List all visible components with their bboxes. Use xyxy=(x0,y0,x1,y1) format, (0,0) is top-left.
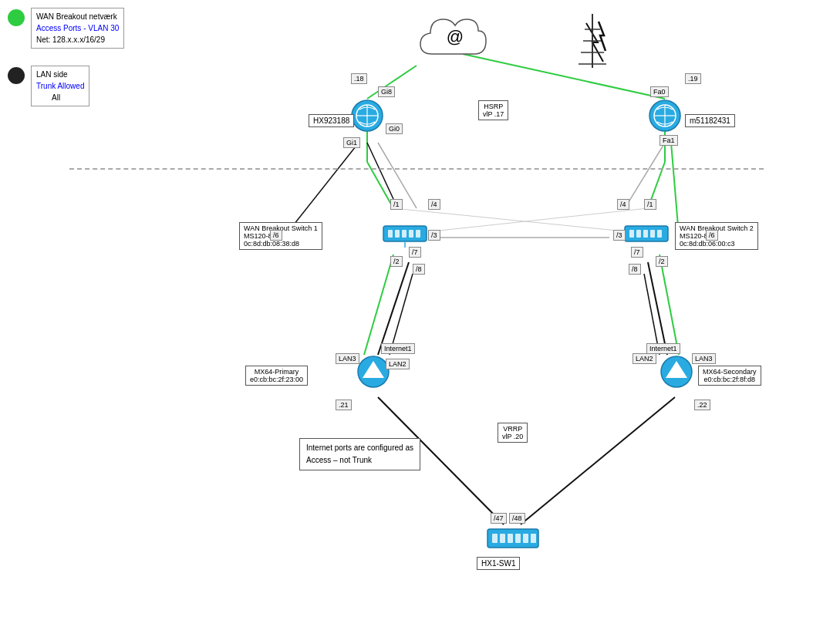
connection-lines xyxy=(0,0,840,617)
hx1-sw1-label: HX1-SW1 xyxy=(477,557,520,570)
hx1-sw1-icon xyxy=(486,523,540,555)
vrrp-label: VRRPvlP .20 xyxy=(498,423,528,443)
wan-title: WAN Breakout netværk xyxy=(36,12,117,21)
hsrp-label: HSRPvlP .17 xyxy=(478,100,508,120)
svg-rect-49 xyxy=(650,230,655,238)
svg-line-19 xyxy=(521,397,675,524)
mx64-secondary-label: MX64-Secondarye0:cb:bc:2f:8f:d8 xyxy=(698,366,761,386)
lan-all: All xyxy=(36,93,60,102)
hx923188-label: HX923188 xyxy=(309,114,354,127)
svg-rect-56 xyxy=(492,534,498,543)
hx923188-router xyxy=(350,99,384,134)
port48-label: /48 xyxy=(509,513,525,524)
svg-rect-39 xyxy=(388,230,393,238)
lan-legend-circle xyxy=(8,67,25,84)
mx-lan2-label: LAN2 xyxy=(386,359,410,369)
svg-rect-59 xyxy=(515,534,521,543)
sw1-port8: /8 xyxy=(413,264,425,275)
wan-access: Access Ports - VLAN 30 xyxy=(36,24,119,32)
mx-lan3-label: LAN3 xyxy=(336,353,359,364)
ip-19-label: .19 xyxy=(685,73,701,84)
svg-rect-50 xyxy=(657,230,662,238)
sw1-port4: /4 xyxy=(428,199,440,210)
lan-trunk: Trunk Allowed xyxy=(36,82,84,90)
gi1-label: Gi1 xyxy=(343,137,360,148)
svg-line-13 xyxy=(378,262,409,355)
port47-label: /47 xyxy=(491,513,507,524)
antenna-tower xyxy=(577,14,608,77)
mx2-lan3-label: LAN3 xyxy=(692,353,716,364)
lan-legend-text: LAN side Trunk Allowed All xyxy=(31,66,89,106)
sw1-port1: /1 xyxy=(390,199,403,210)
wan-legend-circle xyxy=(8,9,25,26)
svg-rect-46 xyxy=(629,230,634,238)
wan-net: Net: 128.x.x.x/16/29 xyxy=(36,35,105,44)
internet-ports-info: Internet ports are configured asAccess –… xyxy=(299,438,420,470)
sw1-port3: /3 xyxy=(428,230,440,241)
sw2-port4: /4 xyxy=(617,199,629,210)
svg-rect-48 xyxy=(643,230,648,238)
wan-sw2-icon xyxy=(623,220,670,249)
svg-rect-40 xyxy=(395,230,400,238)
svg-rect-41 xyxy=(402,230,407,238)
dashed-separator xyxy=(69,168,764,170)
sw2-port2: /2 xyxy=(656,256,668,267)
svg-text:@: @ xyxy=(447,27,464,46)
wan-sw1-icon xyxy=(382,220,428,249)
svg-rect-57 xyxy=(500,534,505,543)
svg-line-21 xyxy=(393,208,625,231)
sw1-port6: /6 xyxy=(270,230,282,241)
fa1-label: Fa1 xyxy=(660,135,678,146)
sw2-port6: /6 xyxy=(706,230,718,241)
mx2-internet1-label: Internet1 xyxy=(646,343,680,354)
svg-line-20 xyxy=(432,208,648,231)
svg-line-16 xyxy=(648,262,667,355)
svg-rect-58 xyxy=(508,534,513,543)
m51182431-router xyxy=(648,99,682,134)
mx-internet1-label: Internet1 xyxy=(381,343,415,354)
svg-line-15 xyxy=(660,255,679,355)
sw1-port7: /7 xyxy=(409,247,421,258)
fa0-label: Fa0 xyxy=(650,86,669,97)
network-diagram: WAN Breakout netværk Access Ports - VLAN… xyxy=(0,0,840,617)
lan-title: LAN side xyxy=(36,70,68,79)
svg-line-12 xyxy=(364,255,393,355)
svg-rect-43 xyxy=(416,230,420,238)
sw2-port7: /7 xyxy=(631,247,643,258)
mx64-primary-label: MX64-Primarye0:cb:bc:2f:23:00 xyxy=(245,366,308,386)
svg-line-6 xyxy=(671,143,679,235)
sw2-port3: /3 xyxy=(613,230,626,241)
internet-cloud: @ xyxy=(417,12,494,67)
sw2-port1: /1 xyxy=(644,199,656,210)
svg-rect-60 xyxy=(523,534,528,543)
wan-legend: WAN Breakout netværk Access Ports - VLAN… xyxy=(8,8,124,49)
svg-rect-42 xyxy=(409,230,413,238)
ip-18-label: .18 xyxy=(351,73,367,84)
mx2-lan2-label: LAN2 xyxy=(633,353,656,364)
lan-legend: LAN side Trunk Allowed All xyxy=(8,66,89,106)
ip-22-label: .22 xyxy=(694,400,710,410)
gi0-label: Gi0 xyxy=(386,123,403,134)
sw1-port2: /2 xyxy=(390,256,403,267)
ip-21-label: .21 xyxy=(336,400,352,410)
gi8-label: Gi8 xyxy=(378,86,395,97)
wan-legend-text: WAN Breakout netværk Access Ports - VLAN… xyxy=(31,8,124,49)
svg-rect-61 xyxy=(531,534,536,543)
svg-rect-47 xyxy=(636,230,641,238)
svg-line-4 xyxy=(367,143,393,199)
svg-line-3 xyxy=(285,143,359,235)
m51182431-label: m51182431 xyxy=(685,114,735,127)
mx64-secondary-icon xyxy=(660,355,693,390)
sw2-port8: /8 xyxy=(629,264,641,275)
